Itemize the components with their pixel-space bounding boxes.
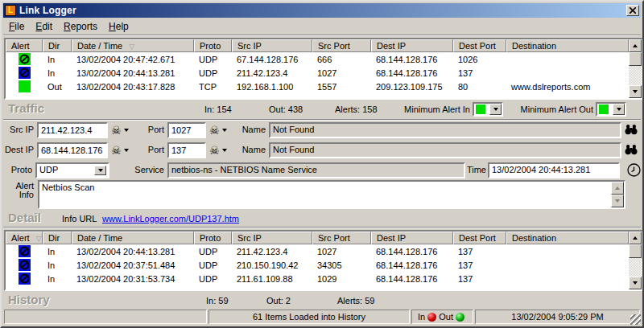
column-header-dir[interactable]: Dir xyxy=(43,232,72,244)
service-field: netbios-ns - NETBIOS Name Service xyxy=(167,162,465,178)
column-header-proto[interactable]: Proto xyxy=(194,39,232,52)
column-header-date-time[interactable]: Date / Time▽ xyxy=(72,39,194,52)
history-alerts-count: Alerts: 59 xyxy=(337,296,374,305)
title-bar[interactable]: L Link Logger xyxy=(3,3,641,18)
column-header-destination[interactable]: Destination xyxy=(506,232,629,244)
menu-reports[interactable]: Reports xyxy=(58,20,103,33)
dest-lookup-button[interactable] xyxy=(625,144,638,155)
divider xyxy=(3,35,641,36)
column-header-date-time[interactable]: Date / Time xyxy=(72,232,194,244)
resize-grip[interactable] xyxy=(630,314,641,325)
alert-info-textarea[interactable]: Netbios Scan xyxy=(38,180,625,209)
history-in-count: In: 59 xyxy=(206,296,229,305)
min-alert-out-dropdown[interactable] xyxy=(596,102,626,117)
cell-src_ip: 211.42.123.4 xyxy=(232,66,312,80)
chevron-down-icon[interactable] xyxy=(94,166,106,175)
cell-src_port: 666 xyxy=(312,52,371,66)
cell-dir: In xyxy=(43,272,72,285)
cell-src_ip: 67.144.128.176 xyxy=(232,52,312,66)
dest-ip-blacklist-button[interactable]: ☠ xyxy=(111,144,129,157)
detail-section-label: Detail xyxy=(8,211,41,224)
dest-ip-label: Dest IP xyxy=(2,145,34,154)
menu-file[interactable]: File xyxy=(3,20,30,33)
column-header-alert[interactable]: Alert▽ xyxy=(6,232,43,244)
src-ip-blacklist-button[interactable]: ☠ xyxy=(111,124,129,137)
src-lookup-button[interactable] xyxy=(625,124,638,135)
table-row[interactable]: In13/02/2004 20:44:13.281UDP211.42.123.4… xyxy=(6,66,629,80)
column-header-src-ip[interactable]: Src IP xyxy=(232,39,312,52)
chevron-down-icon[interactable] xyxy=(613,104,625,115)
skull-icon: ☠ xyxy=(111,124,122,137)
column-header-dir[interactable]: Dir xyxy=(43,39,72,52)
column-header-src-port[interactable]: Src Port xyxy=(312,39,371,52)
cell-dest_port: 1026 xyxy=(453,52,506,66)
close-icon xyxy=(630,7,636,14)
chevron-down-icon[interactable] xyxy=(489,104,502,115)
divider xyxy=(3,227,641,228)
column-header-src-ip[interactable]: Src IP xyxy=(232,232,312,244)
menu-bar: FileEditReportsHelp xyxy=(3,19,641,34)
column-header-dest-port[interactable]: Dest Port xyxy=(453,39,506,52)
menu-edit[interactable]: Edit xyxy=(30,20,58,33)
column-header-proto[interactable]: Proto xyxy=(194,232,232,244)
scroll-up-icon[interactable] xyxy=(611,182,624,195)
cell-alert xyxy=(6,272,43,285)
column-header-dest-ip[interactable]: Dest IP xyxy=(371,39,453,52)
status-datetime: 13/02/2004 9:05:29 PM xyxy=(475,310,640,324)
info-url-link[interactable]: www.LinkLogger.com/UDP137.htm xyxy=(102,214,239,223)
scroll-thumb[interactable] xyxy=(629,244,642,258)
info-url-label: Info URL xyxy=(62,214,97,223)
column-header-dest-port[interactable]: Dest Port xyxy=(453,232,506,244)
column-header-dest-ip[interactable]: Dest IP xyxy=(371,232,453,244)
clock-icon xyxy=(627,163,641,177)
dest-ip-field[interactable] xyxy=(37,142,108,158)
history-scrollbar[interactable] xyxy=(629,232,642,289)
cell-destination xyxy=(506,66,629,80)
time-history-button[interactable] xyxy=(627,163,641,177)
scroll-up-icon[interactable] xyxy=(629,39,642,52)
close-button[interactable] xyxy=(626,5,639,16)
cell-src_ip: 210.150.190.42 xyxy=(232,258,312,272)
cell-dest_port: 137 xyxy=(453,66,506,80)
app-logo-icon: L xyxy=(5,5,16,16)
src-ip-field[interactable] xyxy=(37,122,108,138)
cell-destination xyxy=(506,52,629,66)
alert-info-scrollbar[interactable] xyxy=(611,182,624,207)
cell-proto: UDP xyxy=(194,244,232,258)
scroll-down-icon[interactable] xyxy=(629,277,642,289)
cell-dir: In xyxy=(43,258,72,272)
src-port-blacklist-button[interactable]: ☠ xyxy=(209,124,227,137)
traffic-scrollbar[interactable] xyxy=(629,39,642,98)
table-row[interactable]: In13/02/2004 20:47:42.671UDP67.144.128.1… xyxy=(6,52,629,66)
cell-src_port: 1027 xyxy=(312,244,371,258)
scroll-down-icon[interactable] xyxy=(629,85,642,98)
cell-destination xyxy=(506,244,629,258)
scroll-up-icon[interactable] xyxy=(629,232,642,244)
src-name-label: Name xyxy=(232,125,266,134)
column-header-alert[interactable]: Alert xyxy=(6,39,43,52)
cell-dest_ip: 68.144.128.176 xyxy=(371,52,453,66)
cell-alert xyxy=(6,66,43,80)
dest-port-field[interactable] xyxy=(167,142,206,158)
time-field: 13/02/2004 20:44:13.281 xyxy=(488,162,620,178)
column-header-src-port[interactable]: Src Port xyxy=(312,232,371,244)
menu-help[interactable]: Help xyxy=(103,20,134,33)
table-row[interactable]: In13/02/2004 20:37:51.484UDP210.150.190.… xyxy=(6,258,629,272)
column-header-destination[interactable]: Destination xyxy=(506,39,629,52)
scroll-thumb[interactable] xyxy=(629,52,642,66)
traffic-in-count: In: 154 xyxy=(204,105,232,114)
min-alert-in-dropdown[interactable] xyxy=(473,102,503,117)
out-activity-light-icon xyxy=(456,313,464,322)
cell-dest_ip: 68.144.128.176 xyxy=(371,66,453,80)
src-port-field[interactable] xyxy=(167,122,206,138)
proto-dropdown[interactable]: UDP xyxy=(35,162,109,178)
cell-dest_port: 137 xyxy=(453,258,506,272)
dest-port-blacklist-button[interactable]: ☠ xyxy=(209,144,227,157)
table-row[interactable]: In13/02/2004 20:31:53.734UDP211.61.109.8… xyxy=(6,272,629,285)
table-row[interactable]: In13/02/2004 20:44:13.281UDP211.42.123.4… xyxy=(6,244,629,258)
proto-value: UDP xyxy=(39,165,58,174)
cell-datetime: 13/02/2004 20:44:13.281 xyxy=(72,66,194,80)
detail-section-bar: Detail Info URL www.LinkLogger.com/UDP13… xyxy=(3,210,641,228)
scroll-down-icon[interactable] xyxy=(611,195,624,207)
table-row[interactable]: Out13/02/2004 20:43:17.828TCP192.168.1.1… xyxy=(6,80,629,93)
